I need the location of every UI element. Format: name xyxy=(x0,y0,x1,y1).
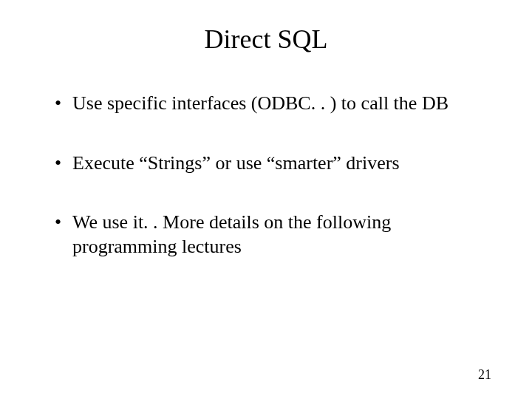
bullet-item: Execute “Strings” or use “smarter” drive… xyxy=(55,151,495,176)
bullet-item: Use specific interfaces (ODBC. . ) to ca… xyxy=(55,92,495,116)
bullet-item: We use it. . More details on the followi… xyxy=(55,211,495,259)
page-number: 21 xyxy=(478,367,491,383)
bullet-list: Use specific interfaces (ODBC. . ) to ca… xyxy=(37,92,495,259)
slide-title: Direct SQL xyxy=(37,24,495,55)
slide: Direct SQL Use specific interfaces (ODBC… xyxy=(0,0,532,399)
